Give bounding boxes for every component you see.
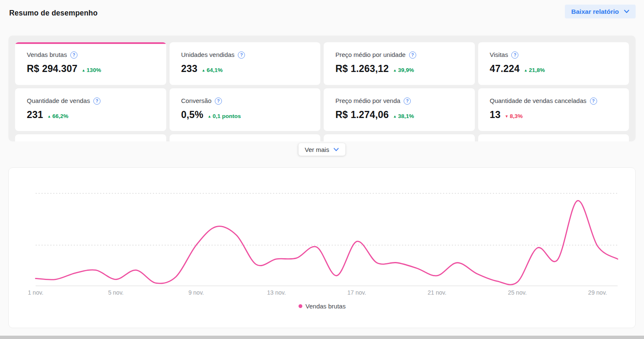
- x-tick-label: 13 nov.: [267, 289, 286, 296]
- x-tick-label: 1 nov.: [28, 289, 43, 296]
- metric-card-visitas[interactable]: Visitas 47.224 21,8%: [478, 42, 629, 85]
- metric-delta: 0,1 pontos: [208, 113, 241, 119]
- help-icon[interactable]: [70, 51, 77, 59]
- delta-direction-icon: [524, 68, 528, 72]
- delta-direction-icon: [82, 68, 85, 72]
- bottom-edge-strip: [0, 336, 644, 339]
- metric-card-partial[interactable]: [324, 134, 475, 141]
- metric-value: 233: [181, 63, 198, 74]
- metric-label: Unidades vendidas: [181, 51, 235, 59]
- x-tick-label: 25 nov.: [508, 289, 527, 296]
- metric-label: Conversão: [181, 97, 212, 105]
- performance-metrics-section: Vendas brutas R$ 294.307 130% Unidades v…: [8, 36, 636, 141]
- delta-direction-icon: [505, 114, 508, 118]
- delta-direction-icon: [201, 68, 205, 72]
- vendas-brutas-line-chart: 1 nov.5 nov.9 nov.13 nov.17 nov.21 nov.2…: [9, 168, 636, 298]
- x-tick-label: 9 nov.: [188, 289, 204, 296]
- chevron-down-icon: [624, 10, 629, 13]
- delta-direction-icon: [47, 114, 51, 118]
- help-icon[interactable]: [404, 98, 411, 105]
- metric-card-preco-medio-unidade[interactable]: Preço médio por unidade R$ 1.263,12 39,9…: [324, 42, 475, 85]
- chart-line-vendas-brutas: [36, 200, 618, 285]
- x-tick-label: 5 nov.: [108, 289, 124, 296]
- metric-label: Preço médio por venda: [335, 97, 400, 105]
- download-report-label: Baixar relatório: [571, 8, 619, 15]
- help-icon[interactable]: [590, 98, 597, 105]
- metric-delta: 66,2%: [47, 113, 68, 119]
- delta-direction-icon: [393, 114, 397, 118]
- x-tick-label: 17 nov.: [347, 289, 366, 296]
- metric-card-partial[interactable]: [478, 134, 629, 141]
- delta-direction-icon: [208, 114, 211, 118]
- help-icon[interactable]: [511, 51, 518, 59]
- selected-card-indicator: [15, 42, 166, 44]
- metric-label: Quantidade de vendas: [27, 97, 90, 105]
- metric-card-vendas-brutas[interactable]: Vendas brutas R$ 294.307 130%: [15, 42, 166, 85]
- metric-value: R$ 1.274,06: [335, 109, 389, 121]
- metric-card-conversao[interactable]: Conversão 0,5% 0,1 pontos: [170, 88, 321, 131]
- legend-dot-icon: [299, 304, 302, 308]
- help-icon[interactable]: [409, 51, 416, 59]
- download-report-button[interactable]: Baixar relatório: [565, 5, 636, 18]
- metric-card-quantidade-vendas[interactable]: Quantidade de vendas 231 66,2%: [15, 88, 166, 131]
- metric-delta: 21,8%: [524, 67, 545, 73]
- metric-value: 47.224: [490, 63, 520, 74]
- metric-label: Vendas brutas: [27, 51, 67, 59]
- help-icon[interactable]: [215, 98, 222, 105]
- chevron-down-icon: [333, 148, 339, 152]
- metric-label: Visitas: [490, 51, 508, 59]
- ver-mais-label: Ver mais: [305, 146, 329, 153]
- metric-card-vendas-canceladas[interactable]: Quantidade de vendas canceladas 13 8,3%: [478, 88, 629, 131]
- metric-card-partial[interactable]: [170, 134, 321, 141]
- metric-delta: 130%: [82, 67, 101, 73]
- metric-value: R$ 1.263,12: [335, 63, 389, 74]
- help-icon[interactable]: [238, 51, 245, 59]
- x-tick-label: 29 nov.: [588, 289, 607, 296]
- metric-delta: 39,9%: [393, 67, 414, 73]
- metric-value: 13: [490, 109, 501, 121]
- sales-chart-panel: 1 nov.5 nov.9 nov.13 nov.17 nov.21 nov.2…: [8, 167, 636, 328]
- metric-label: Preço médio por unidade: [335, 51, 406, 59]
- help-icon[interactable]: [93, 98, 100, 105]
- metric-card-preco-medio-venda[interactable]: Preço médio por venda R$ 1.274,06 38,1%: [324, 88, 475, 131]
- delta-direction-icon: [393, 68, 397, 72]
- metric-value: 0,5%: [181, 109, 204, 121]
- metric-value: R$ 294.307: [27, 63, 77, 74]
- metric-card-partial[interactable]: [15, 134, 166, 141]
- metric-card-unidades-vendidas[interactable]: Unidades vendidas 233 64,1%: [170, 42, 321, 85]
- metric-delta: 8,3%: [505, 113, 523, 119]
- x-tick-label: 21 nov.: [428, 289, 446, 296]
- legend-label: Vendas brutas: [306, 303, 346, 310]
- metric-delta: 38,1%: [393, 113, 414, 119]
- metric-label: Quantidade de vendas canceladas: [490, 97, 587, 105]
- metric-value: 231: [27, 109, 43, 121]
- ver-mais-button[interactable]: Ver mais: [299, 143, 345, 156]
- metric-delta: 64,1%: [201, 67, 222, 73]
- page-title: Resumo de desempenho: [9, 9, 98, 18]
- chart-legend-item[interactable]: Vendas brutas: [9, 303, 635, 310]
